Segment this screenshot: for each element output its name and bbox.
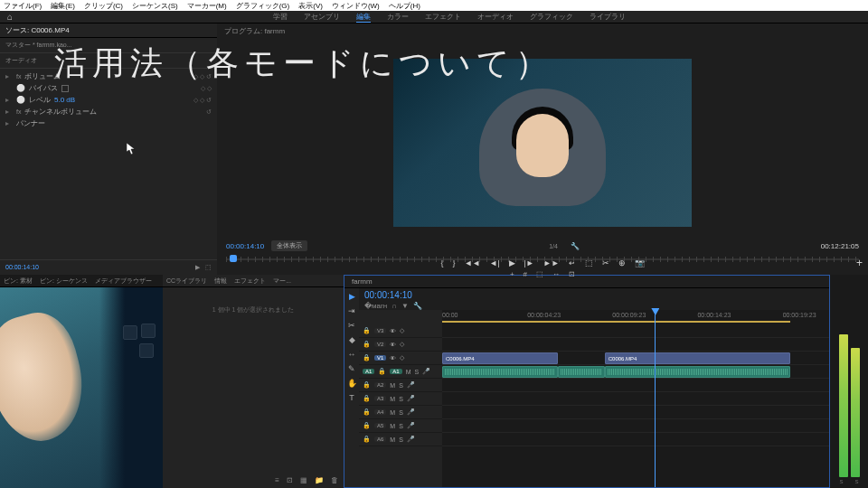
browser-panel: CCライブラリ 情報 エフェクト マー... 1 個中 1 個が選択されました … bbox=[163, 275, 344, 488]
selection-tool-icon[interactable]: ▶ bbox=[349, 292, 355, 301]
icon-view-icon[interactable]: ▦ bbox=[300, 476, 307, 484]
meter-left bbox=[839, 334, 848, 477]
ws-learning[interactable]: 学習 bbox=[273, 12, 288, 23]
home-icon[interactable]: ⌂ bbox=[0, 12, 20, 22]
video-clip-1[interactable]: C0006.MP4 bbox=[442, 352, 558, 364]
menu-graphics[interactable]: グラフィック(G) bbox=[236, 1, 290, 11]
menu-bar: ファイル(F) 編集(E) クリップ(C) シーケンス(S) マーカー(M) グ… bbox=[0, 0, 868, 11]
track-select-icon[interactable]: ⇥ bbox=[348, 306, 355, 315]
menu-marker[interactable]: マーカー(M) bbox=[187, 1, 227, 11]
track-head-a2[interactable]: 🔒A2MS🎤 bbox=[359, 379, 442, 392]
t2-3[interactable]: ↔ bbox=[552, 270, 560, 278]
tab-cclib[interactable]: CCライブラリ bbox=[166, 277, 207, 286]
menu-clip[interactable]: クリップ(C) bbox=[84, 1, 123, 11]
timeline-ruler[interactable]: 00:00 00:00:04:23 00:00:09:23 00:00:14:2… bbox=[442, 310, 829, 324]
t2-2[interactable]: ⬚ bbox=[536, 270, 543, 278]
timeline-clips[interactable]: C0006.MP4 C0006.MP4 bbox=[442, 324, 829, 487]
timeline-panel: farmm ▶ ⇥ ✂ ◆ ↔ ✎ ✋ T 00:00:14:10 �магн bbox=[344, 275, 830, 488]
timeline-playhead[interactable] bbox=[655, 310, 656, 324]
t2-4[interactable]: ⊡ bbox=[569, 270, 575, 278]
audio-clip-3[interactable] bbox=[605, 366, 790, 378]
audio-meters: SS bbox=[830, 275, 868, 488]
pen-icon[interactable]: ✎ bbox=[348, 364, 355, 373]
menu-file[interactable]: ファイル(F) bbox=[4, 1, 42, 11]
panel-icon-1[interactable]: ▶ bbox=[195, 264, 200, 271]
ripple-edit-icon[interactable]: ✂ bbox=[348, 321, 355, 330]
effect-panner[interactable]: ▸パンナー bbox=[0, 117, 217, 129]
track-head-v2[interactable]: 🔒V2👁◇ bbox=[359, 338, 442, 352]
project-panel: ビン: 素材 ビン: シーケンス メディアブラウザー bbox=[0, 275, 163, 488]
track-head-a3[interactable]: 🔒A3MS🎤 bbox=[359, 392, 442, 406]
video-overlay-title: 活用法（各モードについて） bbox=[54, 42, 553, 86]
list-view-icon[interactable]: ⊡ bbox=[287, 476, 293, 484]
audio-clip-2[interactable] bbox=[558, 366, 604, 378]
slip-icon[interactable]: ↔ bbox=[348, 350, 356, 359]
add-marker-button[interactable]: + bbox=[510, 270, 514, 278]
effect-channel-volume[interactable]: ▸fxチャンネルボリューム↺ bbox=[0, 106, 217, 117]
button-editor-plus[interactable]: + bbox=[856, 257, 863, 269]
safe-margins-button[interactable]: # bbox=[524, 270, 527, 278]
level-value[interactable]: 5.0 dB bbox=[54, 96, 75, 104]
effect-level[interactable]: ▸⚪レベル5.0 dB◇ ◇ ↺ bbox=[0, 94, 217, 106]
menu-sequence[interactable]: シーケンス(S) bbox=[132, 1, 178, 11]
ws-audio[interactable]: オーディオ bbox=[477, 12, 514, 23]
timeline-toolbar: ▶ ⇥ ✂ ◆ ↔ ✎ ✋ T bbox=[344, 288, 359, 487]
menu-window[interactable]: ウィンドウ(W) bbox=[332, 1, 380, 11]
settings-icon[interactable]: 🔧 bbox=[413, 302, 422, 310]
program-tc-left[interactable]: 00:00:14:10 bbox=[226, 242, 264, 250]
track-head-a4[interactable]: 🔒A4MS🎤 bbox=[359, 406, 442, 419]
menu-view[interactable]: 表示(V) bbox=[298, 1, 323, 11]
video-clip-2[interactable]: C0006.MP4 bbox=[605, 352, 790, 364]
ws-library[interactable]: ライブラリ bbox=[590, 12, 626, 23]
menu-help[interactable]: ヘルプ(H) bbox=[389, 1, 420, 11]
program-tab[interactable]: プログラム: farmm bbox=[224, 26, 285, 36]
tab-source[interactable]: ソース: C0006.MP4 bbox=[5, 25, 70, 35]
ws-effects[interactable]: エフェクト bbox=[425, 12, 461, 23]
track-head-v1[interactable]: 🔒V1👁◇ bbox=[359, 352, 442, 365]
razor-icon[interactable]: ◆ bbox=[349, 335, 355, 344]
audio-clip-1[interactable] bbox=[442, 366, 558, 378]
tab-bin-sequence[interactable]: ビン: シーケンス bbox=[40, 277, 88, 286]
ws-color[interactable]: カラー bbox=[387, 12, 409, 23]
ws-graphics[interactable]: グラフィック bbox=[530, 12, 573, 23]
timeline-timecode[interactable]: 00:00:14:10 bbox=[364, 290, 422, 300]
folder-icon[interactable]: 📁 bbox=[315, 476, 324, 484]
tab-bin-material[interactable]: ビン: 素材 bbox=[4, 277, 33, 286]
hand-icon[interactable]: ✋ bbox=[347, 379, 357, 388]
panel-timecode[interactable]: 00:00:14:10 bbox=[5, 264, 39, 271]
selection-message: 1 個中 1 個が選択されました bbox=[163, 287, 344, 333]
track-head-v3[interactable]: 🔒V3👁◇ bbox=[359, 324, 442, 338]
wrench-icon[interactable]: 🔧 bbox=[571, 242, 580, 250]
meter-right bbox=[851, 348, 860, 477]
project-thumbnail[interactable] bbox=[0, 287, 163, 488]
ws-assembly[interactable]: アセンブリ bbox=[304, 12, 340, 23]
trash-icon[interactable]: 🗑 bbox=[331, 476, 338, 484]
tab-media-browser[interactable]: メディアブラウザー bbox=[95, 277, 152, 286]
panel-icon-2[interactable]: ⬚ bbox=[205, 264, 212, 271]
zoom-select[interactable]: 1/4 bbox=[549, 243, 558, 249]
track-head-a5[interactable]: 🔒A5MS🎤 bbox=[359, 419, 442, 433]
marker-icon[interactable]: ▼ bbox=[401, 302, 409, 310]
new-bin-icon[interactable]: ≡ bbox=[275, 476, 279, 484]
program-tc-right: 00:12:21:05 bbox=[821, 242, 859, 250]
type-icon[interactable]: T bbox=[349, 393, 354, 402]
ws-editing[interactable]: 編集 bbox=[356, 12, 371, 23]
track-head-a1[interactable]: A1🔒A1MS🎤 bbox=[359, 365, 442, 379]
snap-icon[interactable]: �магн bbox=[364, 302, 387, 310]
linked-icon[interactable]: ∩ bbox=[392, 302, 397, 310]
workspace-bar: ⌂ 学習 アセンブリ 編集 カラー エフェクト オーディオ グラフィック ライブ… bbox=[0, 11, 868, 23]
fit-dropdown[interactable]: 全体表示 bbox=[271, 240, 307, 251]
track-head-a6[interactable]: 🔒A6MS🎤 bbox=[359, 433, 442, 446]
mouse-cursor-icon bbox=[127, 143, 136, 155]
playhead-icon[interactable] bbox=[230, 255, 237, 262]
menu-edit[interactable]: 編集(E) bbox=[51, 1, 75, 11]
